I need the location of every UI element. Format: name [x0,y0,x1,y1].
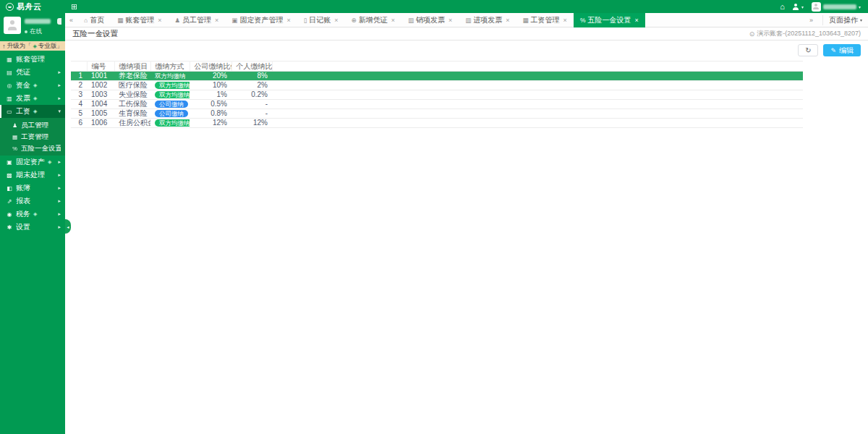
upgrade-button[interactable]: ↑ 升级为「 ◈ 专业版」 [0,41,65,51]
tab-fixed-assets-management[interactable]: ▣固定资产管理× [225,13,297,27]
cell-item: 生育保险 [114,109,150,119]
table-row[interactable]: 61006住房公积金双方均缴纳12%12% [71,119,803,128]
caret-down-icon: ▾ [859,4,861,9]
close-icon[interactable]: × [391,17,395,24]
edit-icon: ✎ [830,47,836,54]
cell-item: 失业保险 [114,90,150,100]
sidebar: 在线 ↑ 升级为「 ◈ 专业版」 ▦账套管理▤凭证▸◎资金◈▸▥发票◈▸▭工资◈… [0,13,65,434]
col-header-code: 编号 [87,61,114,72]
edit-button[interactable]: ✎ 编辑 [823,44,861,56]
sidebar-item-tax[interactable]: ◉税务◈▸ [0,208,65,221]
sidebar-item-fixed-assets[interactable]: ▣固定资产◈▸ [0,156,65,169]
tab-home[interactable]: ⌂首页 [77,13,111,27]
cell-method: 双方均缴纳 [150,119,190,128]
invoice-icon: ▥ [6,95,13,102]
upgrade-arrow-icon: ↑ [2,43,5,50]
close-icon[interactable]: × [448,17,452,24]
close-icon[interactable]: × [334,17,338,24]
table-row[interactable]: 31003失业保险双方均缴纳1%0.2% [71,90,803,100]
sidebar-item-reports[interactable]: ⇗报表▸ [0,195,65,208]
cell-code: 1001 [87,72,114,81]
info-icon: ⊙ [749,30,755,38]
cell-personal-ratio: 12% [231,119,272,128]
home-icon: ⌂ [84,17,88,24]
close-icon[interactable]: × [215,17,218,24]
chevron-right-icon: ▸ [58,82,61,88]
tab-label: 进项发票 [473,15,502,25]
tab-insurance-settings[interactable]: %五险一金设置× [574,13,645,27]
chevron-right-icon: ▸ [58,172,61,178]
close-icon[interactable]: × [286,17,290,24]
grid-icon[interactable]: ⊞ [71,2,77,12]
tab-scroll-right-icon[interactable]: » [805,17,817,24]
user-menu-button[interactable]: ▾ [793,4,804,10]
close-icon[interactable]: × [506,17,509,24]
caret-down-icon: ▾ [801,4,804,9]
tab-bar: « ⌂首页▦账套管理×♟员工管理×▣固定资产管理×▯日记账×⊕新增凭证×▥销项发… [65,13,868,27]
main-area: « ⌂首页▦账套管理×♟员工管理×▣固定资产管理×▯日记账×⊕新增凭证×▥销项发… [65,13,868,434]
cell-company-ratio: 0.8% [190,109,231,119]
page-actions-dropdown[interactable]: 页面操作 ▾ [822,15,862,25]
table-row[interactable]: 11001养老保险双方均缴纳20%8% [71,72,803,81]
sidebar-item-label: 账簿 [16,183,30,193]
close-icon[interactable]: × [634,17,638,24]
tab-new-voucher[interactable]: ⊕新增凭证× [345,13,401,27]
table-header-row: 编号缴纳项目缴纳方式公司缴纳比例个人缴纳比例 [71,61,803,72]
cell-code: 1003 [87,90,114,100]
col-header-filler [272,61,803,72]
table-row[interactable]: 41004工伤保险公司缴纳0.5%- [71,100,803,109]
chevron-right-icon: ▸ [58,224,61,230]
cell-item: 养老保险 [114,72,150,81]
avatar[interactable] [4,17,21,34]
refresh-icon: ↻ [805,46,811,54]
tab-input-invoices[interactable]: ▥进项发票× [459,13,516,27]
tab-salary-management[interactable]: ▦工资管理× [516,13,574,27]
tab-journal[interactable]: ▯日记账× [297,13,345,27]
home-icon[interactable]: ⌂ [780,2,785,11]
sidebar-item-account-books[interactable]: ▦账套管理 [0,53,65,66]
cell-personal-ratio: - [231,100,272,109]
sidebar-item-salary-management[interactable]: ▦工资管理 [0,131,65,142]
account-menu-button[interactable]: ▾ [812,2,861,12]
sidebar-item-label: 员工管理 [21,121,48,130]
cell-filler [272,109,803,119]
sidebar-item-invoices[interactable]: ▥发票◈▸ [0,92,65,105]
sidebar-item-insurance-settings[interactable]: %五险一金设置 [0,142,65,154]
account-set-label: 演示账套-(20251112_103643_8207) [757,29,861,38]
tab-scroll-left-icon[interactable]: « [65,17,77,24]
payment-method-badge: 双方均缴纳 [155,72,186,80]
ledger-icon: ▦ [6,56,13,63]
tab-account-books[interactable]: ▦账套管理× [111,13,168,27]
sidebar-item-period-end[interactable]: ▩期末处理▸ [0,169,65,182]
cell-filler [272,100,803,109]
username-redacted [25,19,51,24]
tab-output-invoices[interactable]: ▥销项发票× [401,13,459,27]
table-row[interactable]: 51005生育保险公司缴纳0.8%- [71,109,803,119]
salary-icon: ▭ [6,109,13,115]
cell-rownum: 5 [71,109,87,119]
table-row[interactable]: 21002医疗保险双方均缴纳10%2% [71,81,803,90]
tab-label: 首页 [90,15,104,25]
sidebar-item-vouchers[interactable]: ▤凭证▸ [0,66,65,79]
gem-icon: ◈ [33,211,37,217]
chevron-right-icon: ▸ [58,185,61,191]
tab-employee-management[interactable]: ♟员工管理× [168,13,225,27]
username-redacted [823,4,856,9]
funds-icon: ◎ [6,82,13,89]
cell-code: 1005 [87,109,114,119]
header-right: ⌂ ▾ ▾ [780,2,868,12]
tab-label: 销项发票 [416,15,445,25]
cell-company-ratio: 1% [190,90,231,100]
sidebar-item-settings[interactable]: ✱设置▸ [0,221,65,234]
cell-personal-ratio: 2% [231,81,272,90]
sidebar-item-employee-management[interactable]: ♟员工管理 [0,119,65,131]
refresh-button[interactable]: ↻ [798,44,818,56]
sidebar-item-account-ledgers[interactable]: ◧账簿▸ [0,182,65,195]
close-icon[interactable]: × [563,17,567,24]
sidebar-item-funds[interactable]: ◎资金◈▸ [0,79,65,92]
cell-method: 公司缴纳 [150,100,190,109]
cell-code: 1002 [87,81,114,90]
close-icon[interactable]: × [158,17,161,24]
profile-toggle[interactable] [57,18,61,25]
sidebar-item-salary[interactable]: ▭工资◈▾ [0,105,65,118]
